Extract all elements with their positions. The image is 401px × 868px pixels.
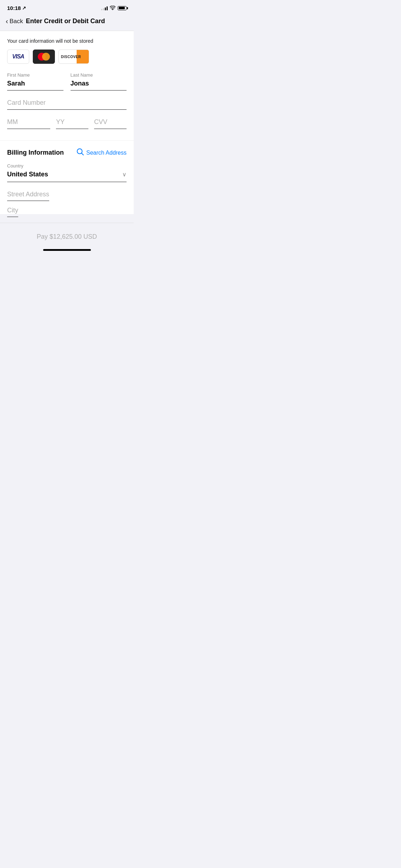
card-number-placeholder: Card Number	[7, 99, 127, 110]
month-field[interactable]: MM	[7, 118, 50, 129]
nav-header: ‹ Back Enter Credit or Debit Card	[0, 14, 134, 31]
status-time: 10:18 ↗	[7, 5, 26, 11]
back-chevron-icon: ‹	[6, 17, 8, 25]
card-logos: VISA DISCOVER	[7, 50, 127, 64]
country-select[interactable]: United States ∨	[7, 171, 127, 182]
country-value: United States	[7, 171, 48, 178]
main-content: Your card information will not be stored…	[0, 31, 134, 214]
street-address-placeholder: Street Address	[7, 191, 49, 201]
cvv-field[interactable]: CVV	[94, 118, 127, 129]
status-bar: 10:18 ↗	[0, 0, 134, 14]
page-title: Enter Credit or Debit Card	[26, 17, 105, 25]
visa-logo: VISA	[7, 50, 29, 64]
bottom-pay-bar: Pay $12,625.00 USD	[0, 223, 134, 245]
back-label: Back	[10, 18, 23, 25]
city-field[interactable]: City	[7, 207, 127, 214]
country-section: Country United States ∨	[7, 163, 127, 182]
wifi-icon	[110, 5, 115, 11]
billing-title: Billing Information	[7, 149, 64, 156]
last-name-label: Last Name	[71, 72, 127, 78]
expiry-cvv-row: MM YY CVV	[7, 118, 127, 129]
search-icon	[76, 148, 84, 157]
location-icon: ↗	[22, 5, 26, 11]
svg-line-1	[82, 153, 84, 155]
country-label: Country	[7, 163, 127, 169]
home-bar	[43, 249, 91, 251]
year-field[interactable]: YY	[56, 118, 88, 129]
signal-icon	[101, 6, 108, 10]
last-name-value: Jonas	[71, 80, 127, 91]
card-notice: Your card information will not be stored	[7, 38, 127, 44]
cvv-placeholder: CVV	[94, 118, 127, 129]
year-placeholder: YY	[56, 118, 88, 129]
month-placeholder: MM	[7, 118, 50, 129]
section-divider	[0, 140, 134, 141]
last-name-field[interactable]: Last Name Jonas	[71, 72, 127, 91]
name-row: First Name Sarah Last Name Jonas	[7, 72, 127, 91]
status-icons	[101, 5, 127, 11]
pay-button[interactable]: Pay $12,625.00 USD	[7, 229, 127, 245]
time-display: 10:18	[7, 5, 21, 11]
billing-header: Billing Information Search Address	[7, 148, 127, 157]
street-address-field[interactable]: Street Address	[7, 191, 127, 198]
first-name-value: Sarah	[7, 80, 63, 91]
search-address-label: Search Address	[86, 150, 127, 156]
search-address-button[interactable]: Search Address	[76, 148, 127, 157]
discover-logo: DISCOVER	[58, 50, 89, 64]
back-button[interactable]: ‹ Back	[6, 18, 23, 25]
first-name-field[interactable]: First Name Sarah	[7, 72, 63, 91]
battery-icon	[118, 6, 127, 10]
home-indicator	[0, 245, 134, 254]
first-name-label: First Name	[7, 72, 63, 78]
city-placeholder: City	[7, 207, 18, 217]
chevron-down-icon: ∨	[122, 171, 127, 178]
mastercard-logo	[33, 50, 55, 64]
card-number-field[interactable]: Card Number	[7, 99, 127, 110]
